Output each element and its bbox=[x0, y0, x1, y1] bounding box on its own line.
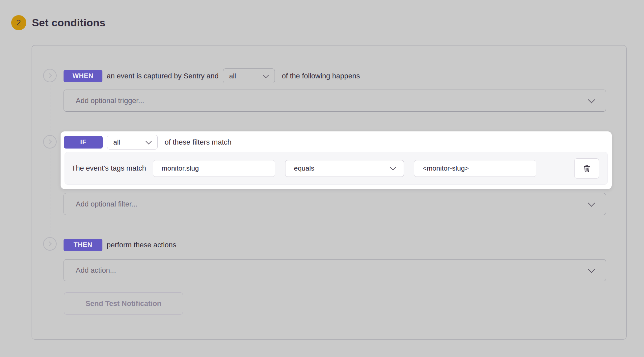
delete-filter-button[interactable] bbox=[574, 158, 599, 178]
when-condition-row: WHEN an event is captured by Sentry and … bbox=[64, 69, 360, 83]
connector-line bbox=[50, 85, 50, 131]
chevron-right-circle-icon bbox=[43, 135, 57, 149]
if-match-select-value: all bbox=[113, 138, 120, 146]
add-optional-filter-placeholder: Add optional filter... bbox=[76, 200, 137, 208]
trash-icon bbox=[582, 164, 591, 173]
section-header: 2 Set conditions bbox=[11, 15, 105, 30]
chevron-down-icon bbox=[588, 96, 595, 103]
match-operator-select-value: equals bbox=[294, 164, 314, 172]
chevron-down-icon bbox=[146, 138, 151, 144]
add-optional-filter-select[interactable]: Add optional filter... bbox=[64, 193, 606, 215]
filter-condition-label: The event's tags match bbox=[71, 164, 146, 173]
then-badge: THEN bbox=[64, 239, 102, 251]
step-number-badge: 2 bbox=[11, 15, 26, 30]
chevron-right-glyph bbox=[47, 241, 52, 247]
when-text-after: of the following happens bbox=[282, 72, 360, 80]
chevron-right-circle-icon bbox=[43, 69, 57, 82]
chevron-down-icon bbox=[588, 200, 595, 206]
chevron-down-icon bbox=[588, 266, 595, 273]
add-optional-trigger-placeholder: Add optional trigger... bbox=[76, 96, 144, 105]
if-filter-card: IF all of these filters match The event'… bbox=[61, 131, 612, 189]
add-action-placeholder: Add action... bbox=[76, 266, 116, 275]
tag-value-input[interactable] bbox=[414, 160, 536, 177]
if-condition-row: IF all of these filters match bbox=[64, 135, 231, 150]
chevron-down-icon bbox=[263, 72, 269, 78]
filter-condition-row: The event's tags match equals bbox=[65, 152, 608, 185]
add-action-select[interactable]: Add action... bbox=[64, 259, 606, 281]
connector-line bbox=[50, 151, 50, 235]
send-test-notification-button[interactable]: Send Test Notification bbox=[64, 292, 183, 315]
page-title: Set conditions bbox=[32, 17, 105, 29]
when-text-before: an event is captured by Sentry and bbox=[107, 72, 219, 80]
when-badge: WHEN bbox=[64, 70, 102, 82]
when-match-select-value: all bbox=[229, 72, 236, 80]
tag-key-input[interactable] bbox=[153, 160, 275, 177]
then-text-after: perform these actions bbox=[107, 241, 176, 249]
chevron-right-circle-icon bbox=[43, 237, 57, 251]
chevron-down-icon bbox=[390, 164, 396, 170]
then-condition-row: THEN perform these actions bbox=[64, 237, 176, 252]
conditions-panel: WHEN an event is captured by Sentry and … bbox=[32, 45, 627, 340]
if-text-after: of these filters match bbox=[165, 138, 231, 147]
chevron-right-glyph bbox=[47, 139, 52, 145]
add-optional-trigger-select[interactable]: Add optional trigger... bbox=[64, 90, 606, 112]
chevron-right-glyph bbox=[47, 73, 52, 78]
if-badge: IF bbox=[64, 136, 103, 149]
if-match-select[interactable]: all bbox=[107, 135, 158, 150]
match-operator-select[interactable]: equals bbox=[285, 160, 404, 177]
when-match-select[interactable]: all bbox=[223, 69, 275, 83]
